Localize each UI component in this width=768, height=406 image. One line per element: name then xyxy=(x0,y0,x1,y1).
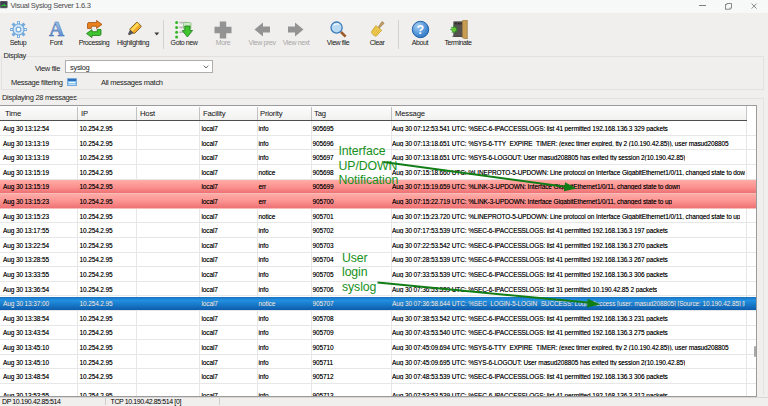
svg-text:?: ? xyxy=(416,23,423,37)
svg-text:A: A xyxy=(48,20,64,39)
